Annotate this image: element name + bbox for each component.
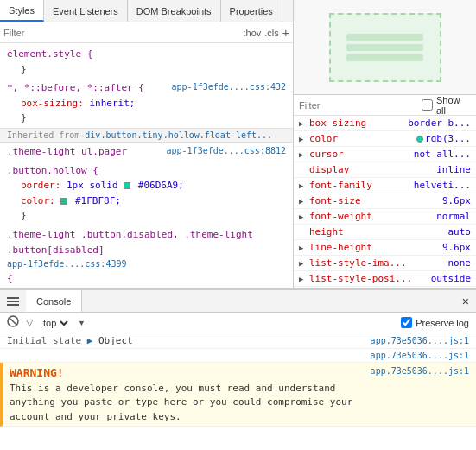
svg-rect-0 — [7, 297, 19, 299]
computed-item-list-style-type[interactable]: ▶ list-style-type none — [294, 287, 476, 288]
source-only-row: app.73e5036....js:1 — [0, 349, 476, 363]
color-swatch-text[interactable] — [60, 198, 67, 205]
rule-disabled-source[interactable]: app-1f3efde....css:4399 — [7, 257, 126, 271]
computed-list: ▶ box-sizing border-b... ▶ color rgb(3..… — [294, 116, 476, 288]
expand-icon[interactable]: ▶ — [299, 181, 309, 190]
element-preview — [329, 13, 441, 82]
element-preview-box — [294, 0, 476, 95]
computed-color-dot — [416, 136, 423, 143]
preserve-log-label: Preserve log — [401, 317, 469, 328]
preserve-log-checkbox[interactable] — [401, 317, 412, 328]
preview-line-2 — [346, 44, 422, 51]
rule-hollow-border-color: #06D6A9; — [138, 180, 184, 191]
tab-styles-label: Styles — [9, 5, 35, 16]
computed-item-box-sizing[interactable]: ▶ box-sizing border-b... — [294, 116, 476, 131]
warning-body: This is a developer console, you must re… — [10, 382, 371, 425]
add-style-rule-button[interactable]: + — [282, 26, 289, 40]
computed-item-font-weight[interactable]: ▶ font-weight normal — [294, 209, 476, 225]
rule-disabled-selector: .theme-light .button.disabled, .theme-li… — [7, 227, 286, 257]
hov-filter-button[interactable]: :hov — [244, 28, 262, 38]
style-rule-universal: *, *::before, *::after { app-1f3efde....… — [0, 79, 293, 128]
rule-pager-source[interactable]: app-1f3efde....css:8812 — [167, 144, 286, 160]
rule-universal-selector: *, *::before, *::after { — [7, 80, 144, 96]
initial-state-row: Initial state ▶ Object app.73e5036....js… — [0, 333, 476, 349]
computed-item-font-family[interactable]: ▶ font-family helveti... — [294, 178, 476, 193]
color-swatch-border[interactable] — [124, 182, 130, 189]
inherited-from-label: Inherited from div.button.tiny.hollow.fl… — [0, 128, 293, 143]
rule-hollow-border: border: 1px solid #06D6A9; — [7, 178, 286, 193]
expand-icon[interactable]: ▶ — [299, 135, 309, 143]
svg-line-4 — [10, 319, 16, 324]
expand-icon[interactable]: ▶ — [299, 119, 309, 128]
computed-item-cursor[interactable]: ▶ cursor not-all... — [294, 147, 476, 162]
rule-hollow-selector: .button.hollow { — [7, 163, 286, 179]
initial-state-text: Initial state ▶ Object — [7, 335, 133, 346]
tab-styles[interactable]: Styles — [0, 0, 44, 22]
rule-element-close: } — [7, 62, 286, 78]
styles-content: element.style { } *, *::before, *::after… — [0, 43, 293, 288]
tab-properties[interactable]: Properties — [221, 0, 282, 22]
tab-dom-breakpoints[interactable]: DOM Breakpoints — [128, 0, 221, 22]
computed-item-height[interactable]: ▶ height auto — [294, 225, 476, 240]
tab-console-label: Console — [36, 296, 71, 307]
computed-item-font-size[interactable]: ▶ font-size 9.6px — [294, 193, 476, 209]
rule-hollow-close: } — [7, 208, 286, 224]
rule-hollow-color-value: #1FBF8F; — [75, 195, 121, 206]
console-tabs-bar: Console × — [0, 290, 476, 313]
cls-filter-button[interactable]: .cls — [264, 28, 279, 38]
initial-state-arrow[interactable]: ▶ — [87, 335, 93, 346]
expand-icon[interactable]: ▶ — [299, 212, 309, 221]
show-all-label: Show all — [436, 95, 471, 116]
styles-filter-bar: :hov .cls + — [0, 22, 293, 43]
filter-console-icon[interactable]: ▽ — [26, 317, 33, 328]
rule-universal-source[interactable]: app-1f3efde....css:432 — [172, 80, 286, 96]
computed-item-color[interactable]: ▶ color rgb(3... — [294, 131, 476, 147]
show-all-checkbox[interactable] — [422, 99, 433, 111]
msg-source-0[interactable]: app.73e5036....js:1 — [371, 336, 469, 345]
preview-line-3 — [346, 54, 422, 61]
warning-message: WARNING! This is a developer console, yo… — [0, 363, 476, 427]
msg-source-1[interactable]: app.73e5036....js:1 — [371, 351, 469, 360]
rule-pager-selector: .theme-light ul.pager — [7, 144, 127, 160]
style-rule-element: element.style { } — [0, 45, 293, 79]
svg-rect-1 — [7, 301, 19, 302]
warning-title: WARNING! — [10, 364, 371, 382]
rule-universal-close: } — [7, 111, 286, 126]
rule-element-selector: element.style { — [7, 47, 286, 62]
console-messages: Initial state ▶ Object app.73e5036....js… — [0, 333, 476, 450]
styles-filter-input[interactable] — [3, 28, 244, 38]
computed-item-line-height[interactable]: ▶ line-height 9.6px — [294, 240, 476, 256]
tab-event-listeners-label: Event Listeners — [53, 6, 118, 16]
computed-item-list-style-position[interactable]: ▶ list-style-posi... outside — [294, 271, 476, 287]
msg-source-2[interactable]: app.73e5036....js:1 — [371, 364, 469, 377]
tab-console[interactable]: Console — [26, 290, 82, 312]
computed-item-list-style-image[interactable]: ▶ list-style-ima... none — [294, 256, 476, 271]
tab-event-listeners[interactable]: Event Listeners — [44, 0, 128, 22]
style-rule-button-hollow: .button.hollow { border: 1px solid #06D6… — [0, 162, 293, 225]
warning-content: WARNING! This is a developer console, yo… — [10, 364, 371, 424]
log-level-select[interactable]: top — [40, 317, 71, 329]
computed-item-display[interactable]: ▶ display inline — [294, 162, 476, 178]
computed-filter-bar: Show all — [294, 95, 476, 116]
expand-icon[interactable]: ▶ — [299, 275, 309, 283]
console-close-button[interactable]: × — [455, 290, 476, 312]
tab-dom-breakpoints-label: DOM Breakpoints — [136, 6, 212, 16]
expand-icon[interactable]: ▶ — [299, 197, 309, 206]
tab-properties-label: Properties — [230, 6, 273, 16]
computed-filter-input[interactable] — [299, 100, 418, 111]
inherited-selector-link[interactable]: div.button.tiny.hollow.float-left... — [85, 130, 272, 140]
preview-line-1 — [346, 34, 422, 41]
svg-rect-2 — [7, 304, 19, 306]
rule-disabled-bg: background-color: #17lF24; — [7, 287, 286, 288]
console-toolbar: ▽ top ▼ Preserve log — [0, 313, 476, 333]
rule-universal-prop: box-sizing: inherit; — [7, 96, 286, 111]
expand-icon[interactable]: ▶ — [299, 259, 309, 268]
style-rule-disabled: .theme-light .button.disabled, .theme-li… — [0, 225, 293, 288]
rule-hollow-color: color: #1FBF8F; — [7, 193, 286, 209]
devtools-tabs: Styles Event Listeners DOM Breakpoints P… — [0, 0, 293, 22]
clear-console-icon[interactable] — [7, 315, 19, 330]
expand-icon[interactable]: ▶ — [299, 244, 309, 252]
level-dropdown-arrow: ▼ — [78, 319, 86, 327]
expand-icon[interactable]: ▶ — [299, 150, 309, 159]
devtools-menu-icon[interactable] — [0, 290, 26, 312]
